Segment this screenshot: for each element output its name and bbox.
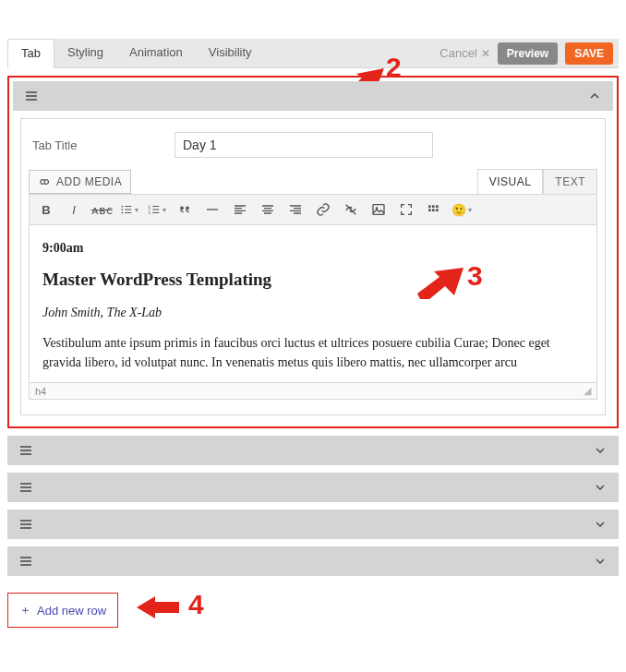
cancel-link[interactable]: Cancel ✕ bbox=[439, 46, 489, 60]
svg-rect-12 bbox=[432, 205, 435, 208]
italic-button[interactable]: I bbox=[65, 200, 83, 219]
content-time: 9:00am bbox=[42, 238, 584, 258]
chevron-down-icon[interactable] bbox=[593, 517, 608, 532]
annotation-4: 4 bbox=[188, 589, 204, 620]
add-media-button[interactable]: ADD MEDIA bbox=[29, 170, 131, 194]
drag-handle-icon[interactable] bbox=[18, 554, 33, 569]
add-new-row-button[interactable]: ＋ Add new row bbox=[7, 593, 118, 628]
svg-point-3 bbox=[121, 206, 123, 208]
editor-toolbar: B I ᴀʙᴄ 123 bbox=[29, 194, 597, 225]
fullscreen-button[interactable] bbox=[397, 200, 415, 219]
tab-row-collapsed[interactable] bbox=[7, 473, 619, 502]
drag-handle-icon[interactable] bbox=[24, 89, 39, 103]
content-paragraph: Vestibulum ante ipsum primis in faucibus… bbox=[42, 333, 584, 372]
svg-point-2 bbox=[41, 180, 45, 185]
tab-row-collapsed[interactable] bbox=[7, 510, 619, 539]
tab-row-collapsed[interactable] bbox=[7, 546, 619, 576]
tab-title-input[interactable] bbox=[175, 132, 433, 158]
editor-tab-text[interactable]: TEXT bbox=[543, 169, 597, 194]
drag-handle-icon[interactable] bbox=[18, 443, 33, 458]
bullet-list-button[interactable] bbox=[120, 200, 138, 219]
resize-handle-icon[interactable]: ◢ bbox=[584, 385, 591, 397]
svg-text:3: 3 bbox=[149, 210, 151, 215]
tab-row-collapsed[interactable] bbox=[7, 436, 619, 465]
align-center-button[interactable] bbox=[259, 200, 277, 219]
tab-title-label: Tab Title bbox=[32, 138, 162, 152]
link-button[interactable] bbox=[314, 200, 332, 219]
add-new-row-label: Add new row bbox=[37, 604, 106, 618]
drag-handle-icon[interactable] bbox=[18, 517, 33, 532]
drag-handle-icon[interactable] bbox=[18, 480, 33, 495]
tab-visibility[interactable]: Visibility bbox=[196, 39, 265, 67]
content-title: Master WordPress Templating bbox=[42, 267, 584, 294]
save-button[interactable]: SAVE bbox=[565, 42, 613, 65]
svg-point-4 bbox=[121, 209, 123, 210]
tab-styling[interactable]: Styling bbox=[54, 39, 116, 67]
plus-icon: ＋ bbox=[19, 602, 31, 618]
tab-tab[interactable]: Tab bbox=[7, 39, 54, 68]
settings-tabbar: Tab Styling Animation Visibility Cancel … bbox=[7, 39, 619, 68]
toolbar-toggle-button[interactable] bbox=[425, 200, 443, 219]
row-header[interactable] bbox=[13, 81, 613, 111]
editor-tab-visual[interactable]: VISUAL bbox=[477, 169, 544, 194]
svg-rect-11 bbox=[428, 205, 431, 208]
strikethrough-button[interactable]: ᴀʙᴄ bbox=[92, 200, 111, 219]
bold-button[interactable]: B bbox=[37, 200, 55, 219]
svg-rect-16 bbox=[436, 209, 439, 211]
align-right-button[interactable] bbox=[286, 200, 305, 219]
emoji-button[interactable]: 🙂 bbox=[452, 200, 471, 219]
preview-button[interactable]: Preview bbox=[498, 42, 558, 65]
svg-rect-14 bbox=[428, 209, 431, 211]
chevron-down-icon[interactable] bbox=[593, 443, 608, 458]
add-media-label: ADD MEDIA bbox=[56, 175, 122, 188]
svg-rect-15 bbox=[432, 209, 435, 211]
tab-row-expanded: 3 Tab Title bbox=[7, 76, 619, 428]
content-byline: John Smith, The X-Lab bbox=[42, 303, 584, 322]
arrow-4 bbox=[137, 594, 179, 620]
editor-content[interactable]: 9:00am Master WordPress Templating John … bbox=[30, 225, 596, 382]
hr-button[interactable] bbox=[203, 200, 222, 219]
numbered-list-button[interactable]: 123 bbox=[148, 200, 166, 219]
tab-title-field: Tab Title bbox=[21, 119, 605, 162]
insert-image-button[interactable] bbox=[369, 200, 388, 219]
chevron-down-icon[interactable] bbox=[593, 554, 608, 569]
unlink-button[interactable] bbox=[342, 200, 360, 219]
svg-point-5 bbox=[121, 212, 123, 214]
cancel-label: Cancel bbox=[439, 46, 476, 60]
editor-status-path: h4 bbox=[35, 386, 46, 397]
blockquote-button[interactable] bbox=[175, 200, 194, 219]
close-icon: ✕ bbox=[481, 47, 490, 60]
tab-animation[interactable]: Animation bbox=[116, 39, 196, 67]
svg-rect-13 bbox=[436, 205, 439, 208]
svg-rect-9 bbox=[373, 205, 384, 215]
svg-marker-17 bbox=[137, 596, 179, 618]
align-left-button[interactable] bbox=[231, 200, 249, 219]
chevron-down-icon[interactable] bbox=[593, 480, 608, 495]
media-icon bbox=[38, 175, 51, 188]
chevron-up-icon[interactable] bbox=[587, 89, 602, 103]
